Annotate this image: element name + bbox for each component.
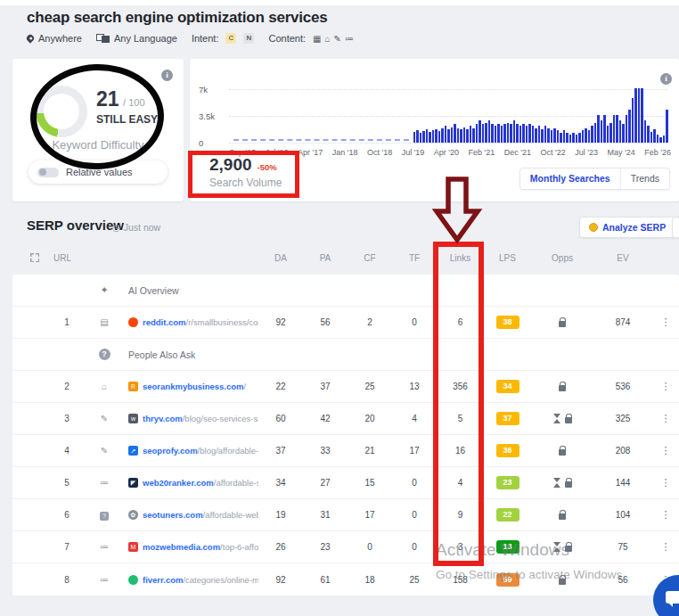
result-url[interactable]: ↗seoprofy.com/blog/affordable-seo-s...	[128, 446, 258, 456]
volume-bar[interactable]	[628, 110, 631, 143]
expand-table-icon[interactable]	[30, 253, 39, 262]
table-row[interactable]: 5≔◤web20ranker.com/affordable-seo-ser...…	[12, 467, 679, 499]
volume-bar[interactable]	[463, 127, 466, 143]
volume-bar[interactable]	[510, 124, 512, 143]
table-row[interactable]: 4✎↗seoprofy.com/blog/affordable-seo-s...…	[12, 435, 679, 467]
column-header-links[interactable]: Links	[437, 253, 484, 263]
volume-bar[interactable]	[528, 124, 531, 143]
volume-bar[interactable]	[572, 133, 575, 143]
volume-bar[interactable]	[445, 126, 447, 143]
volume-bar[interactable]	[472, 128, 475, 143]
result-url[interactable]: ◤web20ranker.com/affordable-seo-ser...	[128, 478, 258, 488]
volume-bar[interactable]	[557, 130, 560, 143]
volume-bar[interactable]	[420, 133, 422, 143]
volume-bar[interactable]	[566, 133, 569, 143]
volume-bar[interactable]	[538, 126, 541, 143]
volume-bar[interactable]	[578, 133, 581, 143]
table-row[interactable]: 6?✿seotuners.com/affordable-website-s...…	[12, 499, 679, 531]
volume-bar[interactable]	[501, 126, 503, 143]
intent-navigational-badge[interactable]: N	[243, 33, 254, 44]
volume-bar[interactable]	[544, 126, 547, 143]
column-header-ev[interactable]: EV	[593, 253, 652, 263]
row-menu-button[interactable]: ⋮	[652, 477, 679, 489]
volume-bar[interactable]	[495, 126, 497, 143]
result-url[interactable]: fiverr.com/categories/online-marketi...	[128, 575, 258, 585]
serp-feature-row[interactable]: ✦AI Overview	[12, 275, 679, 307]
volume-bar[interactable]	[447, 129, 450, 143]
volume-bar[interactable]	[466, 129, 469, 143]
volume-bar[interactable]	[569, 135, 572, 143]
volume-bar[interactable]	[491, 124, 494, 143]
volume-bar[interactable]	[470, 126, 472, 143]
table-row[interactable]: 2⌂Rseorankmybusiness.com/223725133563453…	[12, 371, 679, 403]
volume-bar[interactable]	[597, 115, 600, 143]
table-row[interactable]: 7≔Mmozwebmedia.com/top-6-affordable-...2…	[12, 531, 679, 563]
result-url[interactable]: ✿seotuners.com/affordable-website-s...	[128, 510, 258, 520]
volume-bar[interactable]	[485, 123, 487, 143]
volume-bar[interactable]	[576, 135, 578, 143]
volume-bar[interactable]	[507, 123, 510, 143]
column-header-lps[interactable]: LPS	[484, 253, 531, 263]
volume-bar[interactable]	[519, 126, 522, 143]
volume-bar[interactable]	[422, 131, 425, 143]
column-header-opps[interactable]: Opps	[531, 253, 593, 263]
volume-bar[interactable]	[603, 115, 606, 143]
serp-feature-row[interactable]: ?People Also Ask	[12, 339, 679, 371]
volume-bar[interactable]	[535, 128, 537, 143]
result-url[interactable]: Rseorankmybusiness.com/	[128, 382, 258, 391]
volume-bar[interactable]	[626, 115, 628, 143]
result-url[interactable]: wthryv.com/blog/seo-services-small-b...	[128, 414, 258, 423]
volume-bar[interactable]	[616, 115, 618, 143]
volume-bar[interactable]	[551, 130, 553, 143]
column-header-tf[interactable]: TF	[392, 253, 437, 263]
volume-bar[interactable]	[653, 129, 656, 143]
volume-bar[interactable]	[522, 124, 525, 143]
volume-bar[interactable]	[613, 115, 616, 143]
row-menu-button[interactable]: ⋮	[652, 509, 679, 521]
volume-bar[interactable]	[647, 126, 650, 143]
volume-bar[interactable]	[441, 128, 444, 143]
volume-bar[interactable]	[413, 132, 416, 143]
row-menu-button[interactable]: ⋮	[652, 413, 679, 424]
volume-bar[interactable]	[588, 130, 591, 143]
volume-bar[interactable]	[663, 136, 666, 143]
volume-bar[interactable]	[594, 123, 597, 143]
volume-bar[interactable]	[426, 129, 429, 143]
volume-bar[interactable]	[526, 126, 528, 143]
analyze-serp-button[interactable]: Analyze SERP	[579, 217, 675, 238]
volume-bar[interactable]	[609, 123, 612, 143]
volume-bar[interactable]	[659, 137, 662, 143]
volume-bar[interactable]	[454, 124, 456, 143]
volume-bar[interactable]	[634, 88, 637, 143]
volume-bar[interactable]	[619, 120, 622, 143]
volume-bar[interactable]	[666, 110, 668, 143]
row-menu-button[interactable]: ⋮	[652, 445, 679, 456]
volume-bar[interactable]	[457, 128, 460, 143]
table-row[interactable]: 3✎wthryv.com/blog/seo-services-small-b..…	[12, 403, 679, 435]
tab-monthly-searches[interactable]: Monthly Searches	[520, 168, 620, 189]
row-menu-button[interactable]: ⋮	[652, 541, 679, 553]
volume-bar[interactable]	[560, 133, 562, 143]
volume-bar[interactable]	[516, 124, 519, 143]
language-filter[interactable]: Any Language	[96, 33, 177, 44]
result-url[interactable]: Mmozwebmedia.com/top-6-affordable-...	[128, 542, 258, 552]
volume-bar[interactable]	[429, 132, 431, 143]
volume-bar[interactable]	[582, 130, 585, 143]
intent-commercial-badge[interactable]: C	[225, 33, 236, 44]
volume-bar[interactable]	[657, 135, 659, 143]
relative-values-toggle[interactable]	[37, 168, 59, 177]
volume-bar[interactable]	[650, 132, 653, 143]
volume-bar[interactable]	[638, 88, 641, 143]
volume-bar[interactable]	[591, 126, 593, 143]
column-header-pa[interactable]: PA	[303, 253, 348, 263]
volume-bar[interactable]	[435, 129, 438, 143]
column-header-url[interactable]: URL	[53, 253, 258, 263]
manage-columns-button[interactable]: ▥	[672, 217, 679, 238]
volume-bar[interactable]	[416, 130, 419, 143]
volume-bar[interactable]	[497, 124, 500, 143]
info-icon[interactable]: i	[161, 70, 173, 81]
volume-bar[interactable]	[479, 120, 481, 143]
volume-bar[interactable]	[476, 124, 479, 143]
volume-bar[interactable]	[438, 131, 441, 143]
volume-bar[interactable]	[460, 129, 462, 143]
